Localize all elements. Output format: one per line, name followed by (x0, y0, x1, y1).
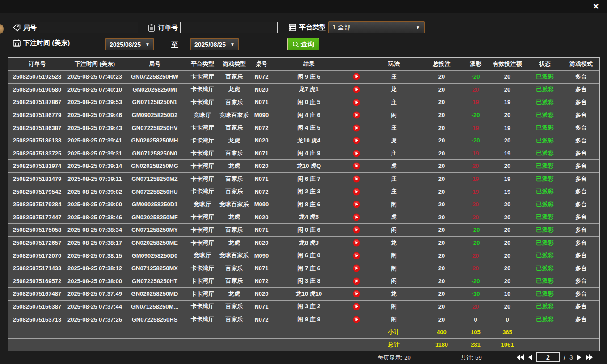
play-video-icon[interactable] (353, 162, 360, 170)
cell-order-number: 250825075179284 (8, 201, 66, 208)
cell-platform: 卡卡湾厅 (186, 239, 219, 247)
cell-play-button (344, 124, 368, 132)
table-header-row: 订单号 下注时间 (美东) 局号 平台类型 游戏类型 桌号 结果 玩法 总投注 … (8, 58, 599, 71)
cell-round-number: GN071258250M... (123, 303, 186, 310)
play-video-icon[interactable] (353, 86, 360, 93)
table-row[interactable]: 2508250751774472025-08-25 07:38:46GN0202… (8, 211, 599, 224)
date-to-select[interactable]: 2025/08/25 ▼ (190, 38, 239, 50)
cell-play-button (344, 86, 368, 93)
table-row[interactable]: 2508250751814792025-08-25 07:39:11GN0712… (8, 173, 599, 186)
cell-table-number: N071 (249, 226, 274, 233)
cell-result: 闲 3 庄 8 (274, 277, 344, 285)
cell-play: 闲 (368, 201, 419, 209)
pager-controls: / 3 (516, 352, 593, 362)
table-row[interactable]: 2508250751905802025-08-25 07:40:10GN0202… (8, 84, 599, 96)
play-video-icon[interactable] (353, 188, 360, 196)
table-row[interactable]: 2508250751726572025-08-25 07:38:17GN0202… (8, 237, 599, 250)
table-row[interactable]: 2508250751863872025-08-25 07:39:43GN0722… (8, 121, 599, 134)
play-video-icon[interactable] (353, 124, 360, 132)
window-titlebar: × (0, 0, 607, 13)
play-video-icon[interactable] (353, 73, 360, 80)
platform-type-select[interactable]: 1.全部 ▼ (328, 21, 425, 33)
cell-bet-time: 2025-08-25 07:39:53 (66, 99, 123, 105)
cell-play: 庄 (368, 98, 419, 106)
current-page-input[interactable] (536, 352, 560, 362)
table-row[interactable]: 2508250751925282025-08-25 07:40:23GN0722… (8, 71, 599, 84)
cell-bet-time: 2025-08-25 07:38:15 (66, 252, 123, 259)
last-page-icon[interactable] (586, 354, 593, 360)
date-from-select[interactable]: 2025/08/25 ▼ (105, 38, 154, 50)
next-page-icon[interactable] (577, 354, 582, 360)
header-game-type: 游戏类型 (219, 60, 249, 68)
table-row[interactable]: 2508250751720702025-08-25 07:38:15GM0902… (8, 249, 599, 262)
cell-status: 已派彩 (527, 85, 562, 93)
table-row[interactable]: 2508250751637132025-08-25 07:37:26GN0722… (8, 313, 599, 326)
cell-result: 闲 0 庄 5 (274, 98, 344, 106)
previous-page-icon[interactable] (528, 354, 532, 360)
cell-valid-bet: 20 (487, 112, 527, 118)
table-row[interactable]: 2508250751795422025-08-25 07:39:02GN0722… (8, 185, 599, 198)
table-row[interactable]: 2508250751663872025-08-25 07:37:44GN0712… (8, 301, 599, 314)
cell-valid-bet: 20 (487, 201, 527, 208)
table-row[interactable]: 2508250751695722025-08-25 07:38:00GN0722… (8, 275, 599, 288)
chevron-down-icon: ▼ (145, 42, 150, 47)
cell-result: 闲 0 庄 6 (274, 226, 344, 234)
table-row[interactable]: 2508250751861382025-08-25 07:39:41GN0202… (8, 134, 599, 147)
cell-total-bet: 20 (419, 226, 464, 233)
search-button[interactable]: 查询 (287, 38, 319, 50)
cell-result: 龙8 虎J (274, 239, 344, 247)
play-video-icon[interactable] (353, 99, 360, 106)
table-row[interactable]: 2508250751819742025-08-25 07:39:14GN0202… (8, 160, 599, 173)
platform-type-label: 平台类型 (299, 23, 326, 32)
cell-round-number: GM090258250D0 (123, 252, 186, 259)
cell-platform: 卡卡湾厅 (186, 302, 219, 310)
table-row[interactable]: 2508250751714332025-08-25 07:38:12GN0712… (8, 262, 599, 275)
cell-status: 已派彩 (527, 188, 562, 196)
table-row[interactable]: 2508250751837252025-08-25 07:39:31GN0712… (8, 147, 599, 160)
cell-valid-bet: 20 (487, 137, 527, 144)
round-number-input[interactable] (39, 22, 138, 33)
cell-game-mode: 多台 (562, 201, 600, 209)
play-video-icon[interactable] (353, 264, 360, 272)
play-video-icon[interactable] (353, 316, 360, 323)
close-icon[interactable]: × (593, 0, 599, 12)
cell-status: 已派彩 (527, 162, 562, 170)
cell-platform: 卡卡湾厅 (186, 73, 219, 81)
play-video-icon[interactable] (353, 252, 360, 259)
first-page-icon[interactable] (516, 354, 524, 360)
play-video-icon[interactable] (353, 239, 360, 247)
cell-game-mode: 多台 (562, 149, 600, 157)
cell-table-number: N020 (249, 163, 274, 169)
cell-game-type: 竞咪百家乐 (219, 251, 249, 259)
table-row[interactable]: 2508250751674872025-08-25 07:37:49GN0202… (8, 288, 599, 301)
play-video-icon[interactable] (353, 277, 360, 285)
cell-round-number: GN072258250HW (123, 73, 186, 80)
cell-game-type: 竞咪百家乐 (219, 201, 249, 209)
table-row[interactable]: 2508250751750582025-08-25 07:38:34GN0712… (8, 224, 599, 237)
play-video-icon[interactable] (353, 201, 360, 208)
bet-records-table: 订单号 下注时间 (美东) 局号 平台类型 游戏类型 桌号 结果 玩法 总投注 … (8, 57, 600, 351)
play-video-icon[interactable] (353, 213, 360, 221)
play-video-icon[interactable] (353, 137, 360, 144)
play-video-icon[interactable] (353, 226, 360, 234)
cell-bet-time: 2025-08-25 07:38:12 (66, 265, 123, 272)
table-row[interactable]: 2508250751878672025-08-25 07:39:53GN0712… (8, 96, 599, 109)
page-separator: / (564, 354, 565, 361)
order-number-input[interactable] (180, 22, 278, 33)
table-row[interactable]: 2508250751867792025-08-25 07:39:46GM0902… (8, 109, 599, 122)
play-video-icon[interactable] (353, 303, 360, 310)
cell-order-number: 250825075183725 (8, 150, 66, 157)
table-row[interactable]: 2508250751792842025-08-25 07:39:00GM0902… (8, 198, 599, 211)
cell-order-number: 250825075192528 (8, 73, 66, 80)
play-video-icon[interactable] (353, 175, 360, 183)
play-video-icon[interactable] (353, 290, 360, 297)
cell-result: 龙10 虎Q (274, 162, 344, 170)
cell-result: 龙10 虎4 (274, 137, 344, 145)
cell-play-button (344, 162, 368, 170)
cell-payout: 19 (464, 99, 487, 105)
play-video-icon[interactable] (353, 150, 360, 157)
platform-type-value: 1.全部 (333, 24, 350, 32)
play-video-icon[interactable] (353, 111, 360, 119)
cell-total-bet: 20 (419, 163, 464, 169)
cell-play-button (344, 277, 368, 285)
